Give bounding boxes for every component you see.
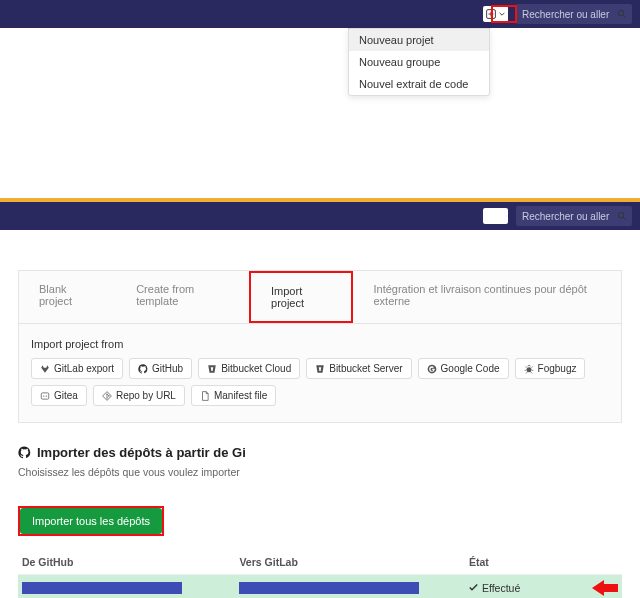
svg-point-8 xyxy=(106,393,108,395)
tab-blank[interactable]: Blank project xyxy=(19,271,116,323)
new-menu-button[interactable] xyxy=(483,6,508,22)
repo-from-placeholder xyxy=(22,582,182,594)
svg-point-4 xyxy=(526,367,531,372)
menu-item-new-snippet[interactable]: Nouvel extrait de code xyxy=(349,73,489,95)
svg-point-1 xyxy=(618,10,624,16)
git-icon xyxy=(102,391,112,401)
file-icon xyxy=(200,391,210,401)
bitbucket-icon xyxy=(207,364,217,374)
github-icon xyxy=(18,446,31,459)
topbar xyxy=(0,0,640,28)
source-label: Bitbucket Cloud xyxy=(221,363,291,374)
source-label: Bitbucket Server xyxy=(329,363,402,374)
tab-template[interactable]: Create from template xyxy=(116,271,249,323)
search-input[interactable] xyxy=(516,4,632,24)
tabs: Blank project Create from template Impor… xyxy=(19,271,621,324)
search-wrap xyxy=(516,4,632,24)
gitea-icon xyxy=(40,391,50,401)
repos-table: De GitHub Vers GitLab État Effectué Effe… xyxy=(18,550,622,598)
gitlab-icon xyxy=(40,364,50,374)
topbar-2 xyxy=(0,202,640,230)
tab-import[interactable]: Import project xyxy=(249,271,353,323)
import-all-button[interactable]: Importer tous les dépôts xyxy=(20,508,162,534)
source-label: GitLab export xyxy=(54,363,114,374)
source-label: Manifest file xyxy=(214,390,267,401)
plus-icon xyxy=(486,9,496,19)
chevron-down-icon xyxy=(499,213,505,219)
col-state: État xyxy=(465,550,562,575)
menu-item-new-group[interactable]: Nouveau groupe xyxy=(349,51,489,73)
bitbucket-icon xyxy=(315,364,325,374)
source-label: GitHub xyxy=(152,363,183,374)
source-github[interactable]: GitHub xyxy=(129,358,192,379)
source-gitea[interactable]: Gitea xyxy=(31,385,87,406)
create-project-panel: Blank project Create from template Impor… xyxy=(18,270,622,423)
source-manifest[interactable]: Manifest file xyxy=(191,385,276,406)
repo-to-placeholder xyxy=(239,582,419,594)
plus-icon xyxy=(486,211,496,221)
source-label: Fogbugz xyxy=(538,363,577,374)
tab-cicd[interactable]: Intégration et livraison continues pour … xyxy=(353,271,621,323)
col-from: De GitHub xyxy=(18,550,235,575)
search-wrap-2 xyxy=(516,206,632,226)
svg-point-7 xyxy=(46,395,47,396)
source-label: Repo by URL xyxy=(116,390,176,401)
highlight-import-all: Importer tous les dépôts xyxy=(18,506,164,536)
arrow-annotation xyxy=(592,580,618,596)
check-icon xyxy=(469,583,478,592)
search-icon xyxy=(617,211,627,221)
col-to: Vers GitLab xyxy=(235,550,465,575)
svg-point-3 xyxy=(618,212,624,218)
new-menu-dropdown: Nouveau projet Nouveau groupe Nouvel ext… xyxy=(348,28,490,96)
svg-rect-5 xyxy=(41,392,49,398)
import-github-subtitle: Choisissez les dépôts que vous voulez im… xyxy=(18,466,622,478)
status-done: Effectué xyxy=(469,582,520,594)
menu-item-new-project[interactable]: Nouveau projet xyxy=(349,29,489,51)
svg-point-9 xyxy=(106,397,108,399)
import-from-title: Import project from xyxy=(31,338,609,350)
import-github-title-text: Importer des dépôts à partir de Gi xyxy=(37,445,246,460)
search-input-2[interactable] xyxy=(516,206,632,226)
import-github-title: Importer des dépôts à partir de Gi xyxy=(18,445,622,460)
import-github-section: Importer des dépôts à partir de Gi Chois… xyxy=(18,445,622,598)
source-label: Gitea xyxy=(54,390,78,401)
table-row: Effectué xyxy=(18,575,622,599)
bug-icon xyxy=(524,364,534,374)
google-icon xyxy=(427,364,437,374)
source-fogbugz[interactable]: Fogbugz xyxy=(515,358,586,379)
source-bitbucket-cloud[interactable]: Bitbucket Cloud xyxy=(198,358,300,379)
search-icon xyxy=(617,9,627,19)
source-gitlab-export[interactable]: GitLab export xyxy=(31,358,123,379)
source-repo-url[interactable]: Repo by URL xyxy=(93,385,185,406)
github-icon xyxy=(138,364,148,374)
svg-point-6 xyxy=(43,395,44,396)
source-google-code[interactable]: Google Code xyxy=(418,358,509,379)
new-menu-button-2[interactable] xyxy=(483,208,508,224)
source-bitbucket-server[interactable]: Bitbucket Server xyxy=(306,358,411,379)
source-label: Google Code xyxy=(441,363,500,374)
chevron-down-icon xyxy=(499,11,505,17)
import-sources: GitLab export GitHub Bitbucket Cloud Bit… xyxy=(31,358,609,406)
